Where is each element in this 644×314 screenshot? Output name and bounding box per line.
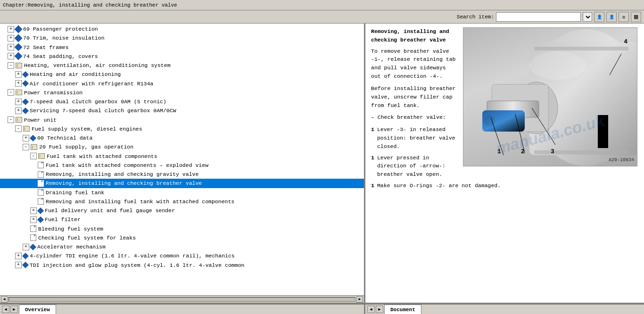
tree-item-filter[interactable]: + Fuel filter — [0, 215, 364, 224]
expand-icon-power-trans[interactable]: - — [8, 89, 14, 96]
tree-item-heating[interactable]: - Heating, ventilation, air conditioning… — [0, 61, 364, 70]
tree-item-bleeding[interactable]: Bleeding fuel system — [0, 224, 364, 233]
book-icon-fuel-tank — [38, 153, 45, 159]
expand-icon-69[interactable]: + — [8, 26, 14, 33]
diamond-icon-69 — [15, 25, 23, 33]
svg-rect-7 — [482, 110, 525, 132]
doc-icon-bleeding — [30, 225, 36, 232]
diamond-icon-aircon — [22, 80, 29, 87]
grid-btn[interactable]: ▦ — [631, 12, 641, 22]
tree-item-heating-ac[interactable]: + Heating and air conditioning — [0, 70, 364, 79]
doc-icon-gravity — [38, 171, 44, 178]
tree-item-fuel-tank[interactable]: - Fuel tank with attached components — [0, 152, 364, 161]
tree-item-power-trans[interactable]: - Power transmission — [0, 88, 364, 97]
expand-icon-74[interactable]: + — [8, 53, 14, 59]
tree-item-74[interactable]: + 74 Seat padding, covers — [0, 52, 364, 61]
tab-document[interactable]: Document — [384, 305, 421, 314]
diamond-icon-70 — [15, 34, 23, 42]
tree-item-20[interactable]: - 20 Fuel supply, gas operation — [0, 142, 364, 151]
svg-rect-8 — [598, 115, 608, 148]
hscroll-left[interactable]: ◄ — [1, 296, 8, 303]
part-label-2: 2 — [521, 147, 525, 157]
tree-item-tdi[interactable]: + TDI injection and glow plug system (4-… — [0, 261, 364, 270]
expand-icon-70[interactable]: + — [8, 35, 14, 41]
tree-item-70[interactable]: + 70 Trim, noise insulation — [0, 33, 364, 42]
diamond-icon-filter — [37, 216, 44, 223]
doc-icon-draining — [38, 189, 44, 196]
part-label-4: 4 — [624, 37, 627, 47]
tree-item-servicing[interactable]: + Servicing 7-speed dual clutch gearbox … — [0, 106, 364, 115]
user-btn-2[interactable]: 👤 — [606, 12, 617, 22]
diamond-icon-74 — [15, 52, 23, 60]
tree-item-removing-tank[interactable]: Removing and installing fuel tank with a… — [0, 197, 364, 206]
svg-rect-9 — [534, 47, 628, 50]
doc-list-item-3: 1 Make sure O-rings -2- are not damaged. — [371, 182, 637, 190]
tree-item-accelerator[interactable]: + Accelerator mechanism — [0, 242, 364, 251]
expand-icon-filter[interactable]: + — [30, 216, 37, 223]
tree-item-aircon[interactable]: + Air conditioner with refrigerant R134a — [0, 79, 364, 88]
nav-left-btn[interactable]: ◄ — [2, 306, 9, 313]
expand-icon-power-unit[interactable]: - — [8, 116, 14, 123]
image-ref-label: A20-10834 — [609, 157, 634, 164]
tree-item-gravity[interactable]: Removing, installing and checking gravit… — [0, 170, 364, 179]
tree-hscroll[interactable]: ◄ ► — [0, 295, 364, 303]
tree-item-69[interactable]: + 69 Passenger protection — [0, 25, 364, 33]
expand-icon-servicing[interactable]: + — [15, 107, 22, 114]
expand-icon-delivery[interactable]: + — [30, 207, 37, 214]
nav-right-btn[interactable]: ► — [10, 306, 18, 313]
title-bar: Chapter:Removing, installing and checkin… — [0, 0, 644, 10]
diamond-icon-tdi — [22, 262, 29, 268]
tree-item-checking[interactable]: Checking fuel system for leaks — [0, 233, 364, 242]
diamond-icon-accelerator — [30, 244, 36, 250]
tab-overview[interactable]: Overview — [19, 305, 56, 314]
nav-doc-right[interactable]: ► — [376, 306, 383, 313]
expand-icon-aircon[interactable]: + — [15, 80, 22, 87]
nav-doc-left[interactable]: ◄ — [367, 306, 375, 313]
tree-item-72[interactable]: + 72 Seat frames — [0, 43, 364, 52]
doc-icon-breather — [38, 180, 44, 187]
window-title: Chapter:Removing, installing and checkin… — [3, 2, 177, 8]
doc-list-item-2: 1 Lever pressed in direction of -arrow-:… — [371, 154, 458, 179]
search-input[interactable] — [496, 12, 581, 22]
tree-item-delivery[interactable]: + Fuel delivery unit and fuel gauge send… — [0, 206, 364, 215]
expand-icon-heating-ac[interactable]: + — [15, 71, 22, 78]
list-text-2: Lever pressed in direction of -arrow-: b… — [377, 154, 458, 179]
menu-btn[interactable]: ≡ — [619, 12, 629, 22]
doc-icon-removing-tank — [38, 198, 44, 205]
user-btn-1[interactable]: 👤 — [594, 12, 604, 22]
expand-icon-fuel-tank[interactable]: - — [30, 153, 37, 159]
expand-icon-00[interactable]: + — [23, 135, 29, 141]
diamond-icon-4cyl — [22, 253, 29, 259]
expand-icon-4cyl[interactable]: + — [15, 253, 22, 259]
diamond-icon-72 — [15, 43, 23, 51]
book-icon-power-unit — [16, 117, 22, 123]
expand-icon-fuel-supply[interactable]: - — [15, 125, 22, 132]
tree-item-breather[interactable]: Removing, installing and checking breath… — [0, 179, 364, 188]
doc-content: 1 2 3 4 manuala.co.uk A20-10834 Removing… — [365, 24, 644, 303]
expand-icon-accelerator[interactable]: + — [23, 244, 29, 250]
tree-item-draining[interactable]: Draining fuel tank — [0, 188, 364, 197]
expand-icon-7speed[interactable]: + — [15, 99, 22, 105]
book-icon-power-trans — [16, 90, 22, 95]
list-num-2: 1 — [371, 154, 374, 179]
part-label-3: 3 — [551, 147, 554, 157]
expand-icon-tdi[interactable]: + — [15, 262, 22, 268]
doc-list-item-1: 1 Lever -3- in released position: breath… — [371, 125, 458, 150]
tree-item-00[interactable]: + 00 Technical data — [0, 133, 364, 142]
tree-item-exploded[interactable]: Fuel tank with attached components – exp… — [0, 161, 364, 170]
tree-item-7speed[interactable]: + 7-speed dual clutch gearbox 0AM (S tro… — [0, 97, 364, 106]
svg-rect-10 — [534, 150, 628, 154]
search-dropdown[interactable] — [583, 12, 592, 22]
svg-point-11 — [529, 51, 586, 80]
expand-icon-20[interactable]: - — [23, 144, 29, 150]
part-label-1: 1 — [497, 147, 501, 157]
tree-item-power-unit[interactable]: - Power unit — [0, 116, 364, 124]
diamond-icon-servicing — [22, 107, 29, 114]
expand-icon-72[interactable]: + — [8, 44, 14, 50]
diamond-icon-heating-ac — [22, 71, 29, 78]
engine-svg — [463, 28, 637, 166]
expand-icon-heating[interactable]: - — [8, 62, 14, 69]
hscroll-right[interactable]: ► — [356, 296, 363, 303]
tree-item-4cyl[interactable]: + 4-cylinder TDI engine (1.6 ltr. 4-valv… — [0, 251, 364, 260]
tree-item-fuel-supply[interactable]: - Fuel supply system, diesel engines — [0, 124, 364, 133]
